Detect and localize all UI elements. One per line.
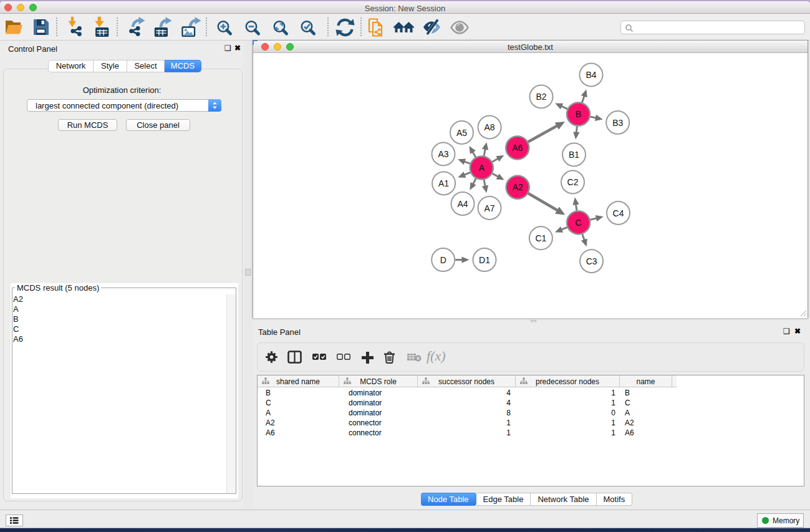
svg-text:C3: C3 <box>586 256 597 266</box>
svg-text:B1: B1 <box>569 150 579 160</box>
svg-text:C: C <box>576 218 582 228</box>
svg-text:D1: D1 <box>479 255 490 265</box>
svg-text:C1: C1 <box>535 233 546 243</box>
svg-text:B3: B3 <box>612 118 623 128</box>
svg-text:A: A <box>479 163 485 173</box>
svg-text:A4: A4 <box>457 199 468 209</box>
svg-text:C4: C4 <box>613 208 624 218</box>
svg-text:B2: B2 <box>536 92 546 102</box>
svg-text:A5: A5 <box>456 128 467 138</box>
svg-text:A3: A3 <box>438 149 448 159</box>
svg-text:A8: A8 <box>485 122 495 132</box>
svg-text:D: D <box>440 255 446 265</box>
svg-text:A1: A1 <box>438 178 449 188</box>
svg-text:A6: A6 <box>512 143 523 153</box>
svg-text:A7: A7 <box>484 203 494 213</box>
svg-text:B4: B4 <box>586 70 596 80</box>
svg-text:A2: A2 <box>513 182 523 192</box>
svg-text:B: B <box>576 109 581 119</box>
svg-text:C2: C2 <box>567 177 579 187</box>
